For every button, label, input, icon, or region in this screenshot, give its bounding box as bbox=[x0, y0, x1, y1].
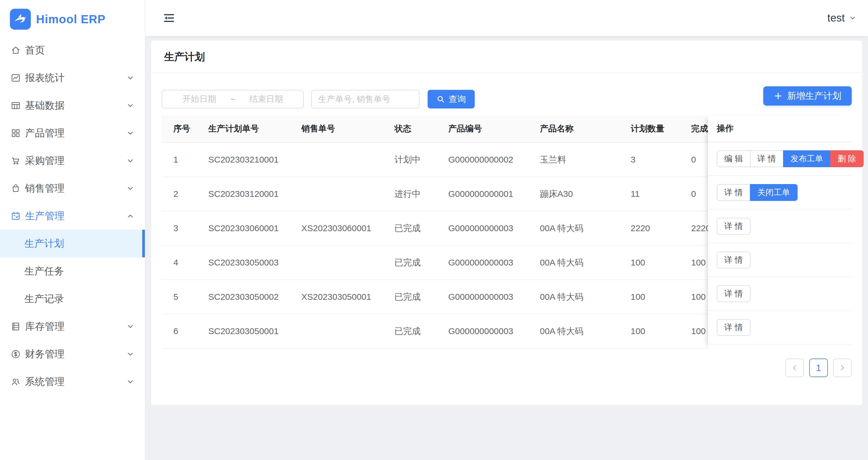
chevron-right-icon bbox=[839, 364, 846, 372]
sidebar-item-purchase[interactable]: 采购管理 bbox=[0, 147, 144, 174]
actions-cell: 详 情 bbox=[708, 277, 852, 311]
prev-page-button[interactable] bbox=[785, 359, 804, 377]
cell-product-name: 玉兰料 bbox=[534, 154, 625, 166]
cell-product-code: G000000000003 bbox=[442, 292, 534, 302]
inventory-shelf-icon bbox=[10, 321, 21, 332]
report-chart-icon bbox=[10, 73, 21, 83]
detail-button[interactable]: 详 情 bbox=[717, 218, 750, 235]
search-icon bbox=[436, 95, 445, 103]
next-page-button[interactable] bbox=[833, 359, 852, 377]
sidebar-item-home[interactable]: 首页 bbox=[0, 36, 144, 64]
page-header: 生产计划 bbox=[151, 41, 862, 73]
column-header-actions: 操作 bbox=[708, 116, 852, 142]
sidebar-item-base-data[interactable]: 基础数据 bbox=[0, 92, 144, 119]
actions-cell: 详 情关闭工单 bbox=[708, 176, 852, 210]
column-header: 序号 bbox=[162, 123, 203, 135]
sidebar-subitem-production-plan[interactable]: 生产计划 bbox=[0, 230, 144, 257]
delete-button[interactable]: 删 除 bbox=[830, 150, 864, 167]
cell-seq: 6 bbox=[162, 326, 203, 336]
query-button[interactable]: 查询 bbox=[428, 90, 475, 108]
detail-button[interactable]: 详 情 bbox=[750, 150, 784, 167]
chevron-down-icon bbox=[126, 129, 134, 137]
date-range-input[interactable]: 开始日期 ~ 结束日期 bbox=[162, 90, 304, 108]
cell-status: 计划中 bbox=[389, 154, 442, 166]
date-end-placeholder: 结束日期 bbox=[237, 93, 296, 105]
detail-button[interactable]: 详 情 bbox=[717, 184, 750, 201]
cell-seq: 2 bbox=[162, 189, 203, 199]
sidebar-menu: 首页报表统计基础数据产品管理采购管理销售管理生产管理生产计划生产任务生产记录库存… bbox=[0, 36, 144, 395]
sidebar-item-system[interactable]: 系统管理 bbox=[0, 368, 144, 395]
cell-product-name: 蹦床A30 bbox=[534, 188, 625, 200]
sidebar-item-label: 首页 bbox=[25, 44, 45, 57]
page-title: 生产计划 bbox=[164, 50, 849, 64]
cell-seq: 4 bbox=[162, 258, 203, 267]
chevron-down-icon bbox=[126, 101, 134, 110]
sidebar-item-label: 基础数据 bbox=[25, 99, 65, 112]
column-header: 产品编号 bbox=[442, 123, 534, 135]
filter-bar: 开始日期 ~ 结束日期 查询 新增生产计划 bbox=[162, 90, 852, 108]
page-number-button[interactable]: 1 bbox=[809, 359, 828, 377]
cell-status: 进行中 bbox=[389, 188, 442, 200]
cell-plan-no: SC202303210001 bbox=[203, 155, 296, 165]
cell-product-code: G000000000003 bbox=[442, 258, 534, 267]
production-plan-table: 序号生产计划单号销售单号状态产品编号产品名称计划数量完成数量1SC2023032… bbox=[162, 116, 852, 349]
user-name: test bbox=[827, 12, 845, 24]
sidebar-item-label: 报表统计 bbox=[25, 71, 65, 85]
sidebar-item-inventory[interactable]: 库存管理 bbox=[0, 313, 144, 340]
publish-workorder-button[interactable]: 发布工单 bbox=[783, 150, 831, 167]
close-workorder-button[interactable]: 关闭工单 bbox=[750, 184, 798, 201]
add-production-plan-button[interactable]: 新增生产计划 bbox=[763, 86, 852, 105]
chevron-down-icon bbox=[126, 74, 134, 82]
cell-product-name: 00A 特大码 bbox=[534, 257, 625, 269]
product-grid-icon bbox=[10, 128, 21, 138]
cell-sales-no: XS202303060001 bbox=[296, 223, 389, 233]
cell-plan-no: SC202303050003 bbox=[203, 258, 296, 267]
cell-status: 已完成 bbox=[389, 257, 442, 269]
purchase-cart-icon bbox=[10, 156, 21, 166]
sidebar-item-label: 采购管理 bbox=[25, 154, 65, 167]
sidebar-item-label: 销售管理 bbox=[25, 182, 65, 195]
detail-button[interactable]: 详 情 bbox=[717, 319, 750, 336]
cell-plan-qty: 3 bbox=[625, 155, 685, 165]
actions-cell: 详 情 bbox=[708, 243, 852, 277]
cell-status: 已完成 bbox=[389, 325, 442, 337]
chevron-up-icon bbox=[126, 212, 134, 220]
cell-plan-qty: 100 bbox=[625, 292, 685, 302]
order-search-input[interactable] bbox=[311, 90, 420, 108]
cell-seq: 1 bbox=[162, 155, 203, 165]
date-separator: ~ bbox=[229, 95, 237, 104]
user-menu[interactable]: test bbox=[827, 12, 856, 24]
cell-plan-qty: 11 bbox=[625, 189, 685, 199]
cell-product-code: G000000000003 bbox=[442, 326, 534, 336]
cell-product-name: 00A 特大码 bbox=[534, 325, 625, 337]
system-users-icon bbox=[10, 376, 21, 387]
cell-seq: 3 bbox=[162, 223, 203, 233]
sidebar-item-label: 财务管理 bbox=[25, 348, 65, 361]
sidebar-item-label: 系统管理 bbox=[25, 375, 65, 389]
sidebar-item-products[interactable]: 产品管理 bbox=[0, 119, 144, 147]
plus-icon bbox=[774, 92, 782, 100]
sidebar-item-production[interactable]: 生产管理 bbox=[0, 202, 144, 230]
sidebar-subitem-label: 生产计划 bbox=[25, 237, 64, 250]
cell-product-code: G000000000002 bbox=[442, 155, 534, 165]
sidebar-item-reports[interactable]: 报表统计 bbox=[0, 64, 144, 92]
chevron-down-icon bbox=[126, 378, 134, 386]
detail-button[interactable]: 详 情 bbox=[717, 285, 750, 302]
sidebar-item-label: 库存管理 bbox=[25, 320, 65, 333]
cell-status: 已完成 bbox=[389, 223, 442, 234]
cell-plan-no: SC202303120001 bbox=[203, 189, 296, 199]
sidebar-item-finance[interactable]: 财务管理 bbox=[0, 340, 144, 368]
pagination: 1 bbox=[162, 359, 852, 377]
collapse-sidebar-icon[interactable] bbox=[162, 11, 176, 25]
brand: Himool ERP bbox=[0, 0, 145, 33]
fixed-actions-column: 操作编 辑详 情发布工单删 除详 情关闭工单详 情详 情详 情详 情 bbox=[708, 116, 852, 349]
detail-button[interactable]: 详 情 bbox=[717, 252, 750, 268]
sidebar-subitem-label: 生产任务 bbox=[25, 265, 64, 278]
date-start-placeholder: 开始日期 bbox=[170, 93, 229, 105]
sidebar-subitem-production-task[interactable]: 生产任务 bbox=[0, 257, 144, 285]
sidebar-subitem-production-record[interactable]: 生产记录 bbox=[0, 285, 144, 313]
sidebar-item-sales[interactable]: 销售管理 bbox=[0, 174, 144, 202]
sidebar: Himool ERP 首页报表统计基础数据产品管理采购管理销售管理生产管理生产计… bbox=[0, 0, 146, 460]
cell-status: 已完成 bbox=[389, 291, 442, 303]
edit-button[interactable]: 编 辑 bbox=[717, 150, 750, 167]
